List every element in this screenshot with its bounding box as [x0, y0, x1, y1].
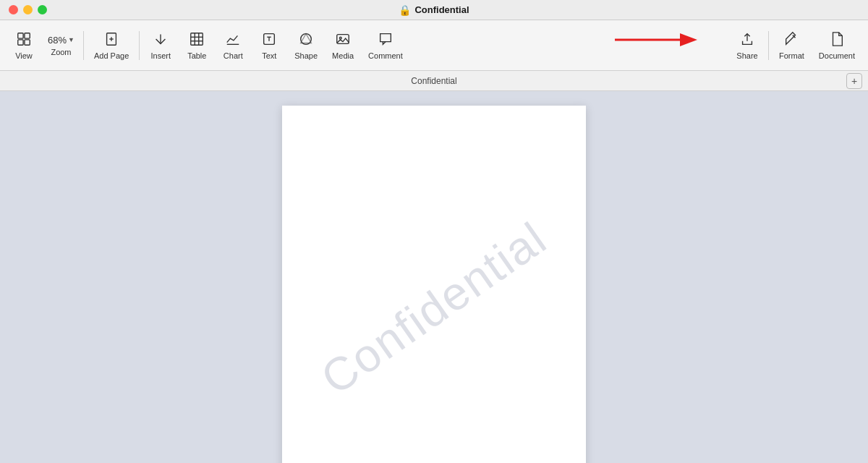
- separator-3: [768, 31, 769, 60]
- document-icon: 🔒: [399, 4, 411, 16]
- share-label: Share: [736, 51, 757, 60]
- media-icon: [335, 31, 351, 49]
- chart-label: Chart: [224, 51, 243, 60]
- add-tab-button[interactable]: +: [846, 73, 862, 89]
- view-button[interactable]: View: [6, 27, 42, 64]
- watermark-text: Confidential: [312, 211, 557, 405]
- toolbar: View 68% ▼ Zoom Add Page: [0, 20, 868, 71]
- zoom-control[interactable]: 68% ▼ Zoom: [42, 30, 80, 61]
- chart-icon: [225, 31, 241, 49]
- page-canvas: Confidential: [282, 106, 586, 463]
- title-text: Confidential: [414, 4, 469, 15]
- comment-button[interactable]: Comment: [361, 27, 410, 64]
- svg-rect-2: [25, 33, 30, 38]
- add-page-label: Add Page: [94, 51, 129, 60]
- zoom-chevron-icon: ▼: [68, 36, 75, 43]
- shape-icon: [298, 31, 314, 49]
- media-button[interactable]: Media: [325, 27, 361, 64]
- main-content: Confidential: [0, 91, 868, 463]
- svg-point-20: [340, 37, 342, 39]
- arrow-annotation: [608, 27, 702, 56]
- view-label: View: [15, 51, 33, 60]
- comment-label: Comment: [368, 51, 403, 60]
- title-bar: 🔒 Confidential: [0, 0, 868, 20]
- zoom-label: Zoom: [51, 48, 71, 56]
- comment-icon: [378, 31, 393, 49]
- arrow-svg: [608, 27, 702, 53]
- svg-rect-1: [18, 39, 23, 44]
- media-label: Media: [332, 51, 354, 60]
- chart-button[interactable]: Chart: [215, 27, 251, 64]
- document-icon: [829, 31, 845, 49]
- minimize-button[interactable]: [23, 5, 33, 14]
- svg-rect-3: [25, 39, 30, 44]
- svg-rect-8: [191, 33, 203, 45]
- shape-label: Shape: [294, 51, 318, 60]
- add-page-icon: [103, 31, 119, 49]
- maximize-button[interactable]: [38, 5, 47, 14]
- table-icon: [189, 31, 205, 49]
- tab-bar: Confidential +: [0, 71, 868, 91]
- zoom-value-display: 68% ▼: [48, 35, 75, 46]
- insert-label: Insert: [151, 51, 171, 60]
- toolbar-right: Share Format Document: [729, 27, 862, 64]
- add-page-button[interactable]: Add Page: [87, 27, 136, 64]
- text-label: Text: [262, 51, 276, 60]
- format-icon: [783, 31, 799, 49]
- document-label: Document: [819, 51, 855, 60]
- svg-rect-0: [18, 33, 23, 38]
- document-button[interactable]: Document: [812, 27, 862, 64]
- window-controls: [9, 5, 47, 14]
- text-icon: [261, 31, 277, 49]
- separator-1: [83, 31, 84, 60]
- shape-button[interactable]: Shape: [287, 27, 325, 64]
- close-button[interactable]: [9, 5, 18, 14]
- format-label: Format: [779, 51, 804, 60]
- toolbar-left: View 68% ▼ Zoom Add Page: [6, 27, 410, 64]
- share-button[interactable]: Share: [729, 27, 765, 64]
- table-button[interactable]: Table: [179, 27, 215, 64]
- insert-icon: [153, 31, 169, 49]
- table-label: Table: [187, 51, 206, 60]
- view-icon: [16, 31, 32, 49]
- text-button[interactable]: Text: [251, 27, 287, 64]
- zoom-percentage: 68%: [48, 35, 67, 46]
- window-title: 🔒 Confidential: [399, 4, 469, 16]
- tab-title: Confidential: [411, 76, 456, 86]
- insert-button[interactable]: Insert: [142, 27, 179, 64]
- format-button[interactable]: Format: [772, 27, 812, 64]
- share-icon: [739, 31, 755, 49]
- separator-2: [139, 31, 140, 60]
